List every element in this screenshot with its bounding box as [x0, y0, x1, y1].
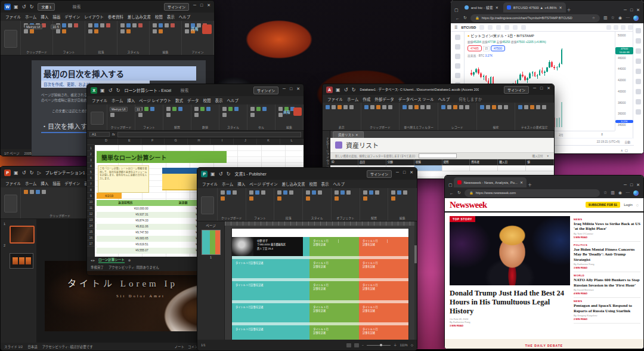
- tab-list-icon[interactable]: ▢: [454, 8, 459, 13]
- datasheet-column[interactable]: 場所: [442, 159, 470, 165]
- ribbon-group-icons[interactable]: [24, 190, 60, 194]
- replay-icon[interactable]: [521, 25, 526, 30]
- datasheet-column[interactable]: 値: [526, 159, 554, 165]
- tab-close-icon[interactable]: ✕: [559, 5, 562, 10]
- row-header[interactable]: 4: [87, 163, 95, 169]
- row-header[interactable]: 9: [87, 193, 95, 199]
- column-header[interactable]: F: [141, 138, 165, 144]
- copilot-icon[interactable]: [633, 190, 639, 196]
- table-cell[interactable]: タイトル 1 行記事を記述: [359, 303, 408, 322]
- ribbon-tab[interactable]: デザイン: [64, 14, 80, 20]
- balance-cell[interactable]: ¥10,000.00: [97, 206, 154, 212]
- ribbon-tab[interactable]: 表示: [167, 14, 175, 20]
- ribbon-tab[interactable]: データ: [187, 97, 199, 103]
- ribbon-tab[interactable]: 表示: [321, 181, 329, 187]
- ribbon-tab[interactable]: ヘルプ: [438, 96, 450, 102]
- share-button[interactable]: 共有: [191, 26, 199, 32]
- datasheet-column[interactable]: 品目: [358, 159, 386, 165]
- url-field[interactable]: 🔒https://www.newsweek.com: [465, 189, 600, 197]
- settings-gear-icon[interactable]: [621, 25, 626, 30]
- refresh-icon[interactable]: ↻: [463, 16, 467, 20]
- zoom-out-icon[interactable]: −: [362, 343, 364, 347]
- excel-titlebar[interactable]: X ▣ ↺ ↻ ローン計算シート - Excel 検索 サインイン─□✕: [87, 84, 304, 96]
- font-size-combo[interactable]: 11: [135, 107, 142, 112]
- notifications-icon[interactable]: [636, 99, 641, 104]
- headline-link[interactable]: Joe Biden Mental Fitness Concerns May Be…: [574, 247, 640, 262]
- profile-icon[interactable]: ◉: [618, 190, 622, 195]
- fit-page-icon[interactable]: ◇: [411, 343, 413, 347]
- emoji-tool-icon[interactable]: [455, 73, 460, 78]
- maximize-button[interactable]: □: [540, 86, 543, 94]
- auto-scale-toggle[interactable]: 自動: [624, 140, 630, 144]
- settings-menu-icon[interactable]: ⋯: [626, 16, 630, 20]
- two-page-view-icon[interactable]: [354, 343, 359, 347]
- datasheet-column[interactable]: 購入日: [498, 159, 526, 165]
- balance-cell[interactable]: ¥9,555.07: [97, 248, 154, 254]
- ribbon-tab[interactable]: 挿入: [41, 14, 48, 20]
- close-button[interactable]: ✕: [636, 183, 640, 187]
- row-header[interactable]: 13: [87, 217, 95, 223]
- vertical-scrollbar[interactable]: [414, 221, 417, 340]
- table-cell[interactable]: タイトル 1 行記事を記述: [309, 281, 359, 300]
- cell[interactable]: [526, 165, 554, 171]
- row-header[interactable]: 12: [87, 211, 95, 217]
- url-field[interactable]: 🔒https://jp.tradingview.com/chart/?symbo…: [470, 14, 600, 22]
- ribbon-group-icons[interactable]: [250, 107, 272, 117]
- balance-cell[interactable]: ¥9,747.50: [97, 230, 154, 236]
- category-label[interactable]: NEWS: [574, 300, 640, 303]
- new-tab-icon[interactable]: ＋: [528, 181, 532, 187]
- ribbon-tab[interactable]: ホーム: [25, 14, 36, 20]
- addins-tile[interactable]: [293, 107, 302, 116]
- balance-cell[interactable]: ¥9,683.65: [97, 236, 154, 242]
- titlebar-search[interactable]: 検索: [72, 4, 80, 10]
- ribbon-tab[interactable]: ファイル: [327, 96, 343, 102]
- sell-button[interactable]: 47485: [467, 45, 482, 51]
- ribbon-group-icons[interactable]: [88, 23, 114, 33]
- watchlist-icon[interactable]: [636, 28, 641, 33]
- bookmark-star-icon[interactable]: ☆: [592, 16, 595, 20]
- collections-icon[interactable]: ▥: [611, 190, 615, 195]
- text-tool-icon[interactable]: [455, 63, 460, 69]
- row-header[interactable]: 11: [87, 205, 95, 211]
- browser-tab-newsweek[interactable]: Newsweek - News, Analysis, Po...✕: [454, 177, 527, 187]
- table-cell[interactable]: タイトル 1 行記事を記述: [309, 325, 359, 340]
- pages-panel[interactable]: ページ 1: [197, 221, 225, 340]
- browser-tab-tradingview[interactable]: BTCUSD 47500 ▲ +4.86%✕: [503, 2, 566, 13]
- ribbon-group-icons[interactable]: [249, 190, 271, 201]
- close-button[interactable]: ✕: [207, 3, 210, 11]
- ribbon-tab[interactable]: 挿入: [127, 97, 135, 103]
- paste-button[interactable]: [4, 30, 17, 48]
- access-window[interactable]: A ▣ ↺ ↻ Database1 : データベース- C:\Users\...…: [322, 84, 555, 179]
- ribbon-tab[interactable]: ファイル: [5, 180, 21, 186]
- table-cell[interactable]: タイトル 1 行記事を記述: [232, 325, 309, 340]
- browser-tab-search[interactable]: and btc - 検索✕: [461, 2, 502, 13]
- chat-icon[interactable]: [636, 79, 641, 84]
- datasheet-headers[interactable]: ID品目分類状態場所所有者購入日値: [330, 159, 554, 165]
- minimize-button[interactable]: ─: [533, 86, 536, 94]
- ribbon-tab[interactable]: データベース ツール: [398, 96, 434, 102]
- headline-item[interactable]: WORLD NATO Ally Plans 600 Bunkers to Sto…: [574, 272, 640, 298]
- ribbon-group-icons[interactable]: [194, 107, 216, 117]
- tell-me-search[interactable]: 何をしますか: [459, 96, 482, 102]
- split-screen-icon[interactable]: ▥: [603, 16, 608, 20]
- signin-button[interactable]: サインイン: [367, 170, 392, 178]
- row-header[interactable]: 1: [87, 145, 95, 151]
- column-headers[interactable]: DEFGHIJKL: [87, 138, 304, 145]
- table-cell[interactable]: タイトル 1 行記事を記述: [359, 281, 408, 300]
- minimize-button[interactable]: ─: [624, 183, 627, 187]
- share-button[interactable]: 共有: [283, 109, 290, 115]
- maximize-button[interactable]: □: [290, 87, 292, 94]
- ribbon-tab[interactable]: ホーム: [347, 96, 358, 102]
- category-label[interactable]: WORLD: [574, 274, 640, 277]
- datasheet-column[interactable]: 分類: [386, 159, 414, 165]
- signin-button[interactable]: サインイン: [504, 86, 529, 94]
- page-indicator[interactable]: 1/1: [201, 343, 206, 347]
- row-header[interactable]: 15: [87, 229, 95, 235]
- datasheet-column[interactable]: 状態: [414, 159, 442, 165]
- copilot-icon[interactable]: [633, 16, 639, 21]
- ribbon-tab[interactable]: ファイル: [5, 14, 21, 20]
- cell[interactable]: [442, 165, 470, 171]
- addins-tile[interactable]: [202, 24, 212, 34]
- back-icon[interactable]: ←: [456, 16, 460, 20]
- ribbon-tab[interactable]: ページ レイアウト: [139, 97, 171, 103]
